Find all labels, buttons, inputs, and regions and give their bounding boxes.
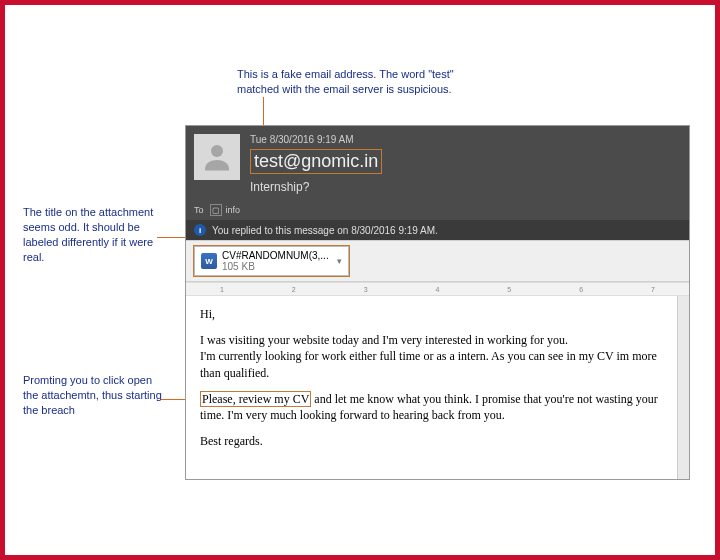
info-label: info <box>226 205 241 215</box>
email-client-panel: Tue 8/30/2016 9:19 AM test@gnomic.in Int… <box>185 125 690 480</box>
annotation-cv: Promting you to click open the attachemt… <box>23 373 168 418</box>
email-body: Hi, I was visiting your website today an… <box>186 296 689 479</box>
attachment-filename: CV#RANDOMNUM(3,... <box>222 250 329 261</box>
annotation-email: This is a fake email address. The word "… <box>237 67 467 97</box>
chevron-down-icon[interactable]: ▾ <box>337 256 342 266</box>
cv-highlight: Please, review my CV <box>200 391 311 407</box>
recipients-row: To ▢ info <box>186 202 689 220</box>
attachment-bar: W CV#RANDOMNUM(3,... 105 KB ▾ <box>186 240 689 282</box>
email-body-wrap: Hi, I was visiting your website today an… <box>186 296 689 479</box>
closing: Best regards. <box>200 433 675 449</box>
reply-notice-text: You replied to this message on 8/30/2016… <box>212 225 438 236</box>
sender-avatar <box>194 134 240 180</box>
word-doc-icon: W <box>201 253 217 269</box>
to-label: To <box>194 205 204 215</box>
attachment-size: 105 KB <box>222 261 329 272</box>
annotation-attachment: The title on the attachment seems odd. I… <box>23 205 163 264</box>
email-header: Tue 8/30/2016 9:19 AM test@gnomic.in Int… <box>186 126 689 240</box>
info-icon: i <box>194 224 206 236</box>
email-subject: Internship? <box>250 180 382 194</box>
scrollbar[interactable] <box>677 296 689 479</box>
body-para-2: Please, review my CV and let me know wha… <box>200 391 675 423</box>
attachment-chip[interactable]: W CV#RANDOMNUM(3,... 105 KB ▾ <box>194 246 349 276</box>
greeting: Hi, <box>200 306 675 322</box>
email-timestamp: Tue 8/30/2016 9:19 AM <box>250 134 382 145</box>
from-highlight: test@gnomic.in <box>250 149 382 174</box>
from-address[interactable]: test@gnomic.in <box>250 149 382 174</box>
svg-point-0 <box>211 145 223 157</box>
document-frame: This is a fake email address. The word "… <box>0 0 720 560</box>
reply-notice-bar: i You replied to this message on 8/30/20… <box>186 220 689 240</box>
body-para-1: I was visiting your website today and I'… <box>200 332 675 381</box>
document-ruler: 1 2 3 4 5 6 7 <box>186 282 689 296</box>
expand-icon[interactable]: ▢ <box>210 204 222 216</box>
person-icon <box>199 139 235 175</box>
